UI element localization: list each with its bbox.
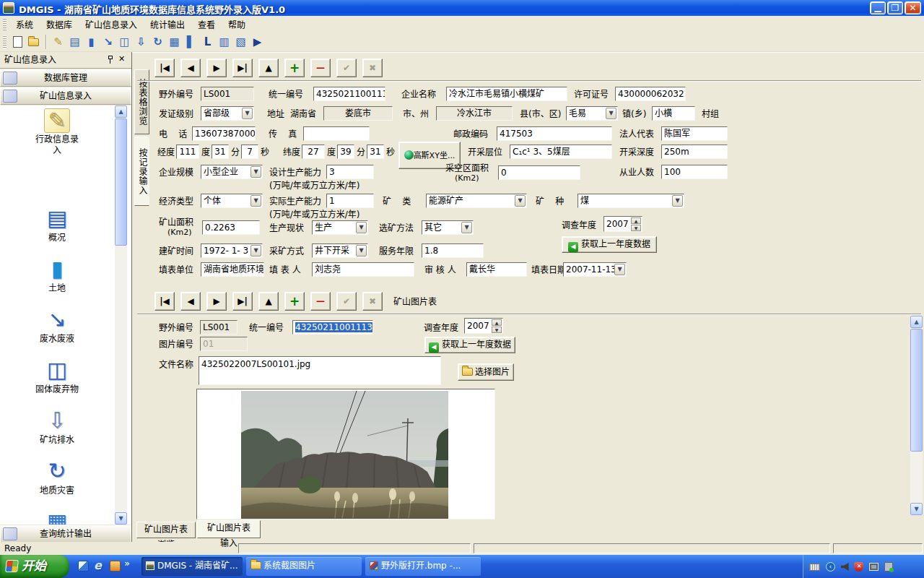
fill-person-input[interactable]: 刘志尧 [312,262,414,277]
mine-area-input[interactable]: 0.2263 [202,220,260,235]
host-tray-icon[interactable] [884,562,893,571]
nav1-prev-button[interactable]: ◀ [180,59,201,77]
longitude-sec-input[interactable]: 7 [241,144,258,159]
pic-no-input[interactable]: 01 [200,337,248,351]
latitude-deg-input[interactable]: 27 [302,144,325,159]
content-scrollbar[interactable]: ▲ ▼ [910,316,923,515]
spin-down-icon[interactable]: ▼ [492,327,502,333]
taskbar-task-dmgis[interactable]: DMGIS - 湖南省矿... [141,557,243,576]
group-mine-info-entry[interactable]: 矿山信息录入 [0,87,131,105]
dropdown-arrow-icon[interactable]: ▼ [606,108,616,119]
production-status-dropdown[interactable]: 生产▼ [312,220,368,235]
nav2-cancel-button[interactable]: ✖ [362,292,383,311]
county-dropdown[interactable]: 毛易▼ [566,106,618,121]
wastewater-icon[interactable]: ↘ [100,34,116,50]
nav1-post-button[interactable]: ✔ [336,59,357,77]
latitude-min-input[interactable]: 39 [337,144,354,159]
sidebar-item-pit-drainage[interactable]: ⇩ 矿坑排水 [10,409,104,446]
ruler-icon[interactable]: L [200,34,215,50]
group-database-mgmt[interactable]: 数据库管理 [0,69,131,87]
unified-no-input[interactable]: 43250211001113 [313,87,385,101]
bluetooth-tray-icon[interactable]: ‹ [826,562,835,571]
quicklaunch-desktop-icon[interactable] [78,561,89,571]
admin-entry-icon[interactable]: ✎ [51,34,66,50]
prefecture-input[interactable]: 冷水江市 [436,106,513,121]
design-capacity-input[interactable]: 3 [326,165,374,179]
scroll-thumb[interactable] [910,329,923,452]
city-input[interactable]: 娄底市 [323,106,393,121]
nav2-post-button[interactable]: ✔ [336,292,357,311]
nav2-up-button[interactable]: ▲ [258,292,279,311]
nav2-add-button[interactable]: + [284,292,305,311]
longitude-min-input[interactable]: 31 [212,144,229,159]
quicklaunch-ie-icon[interactable]: e [94,558,102,572]
fax-input[interactable] [303,126,370,141]
nav1-first-button[interactable]: |◀ [154,59,175,77]
license-input[interactable]: 4300000620321 [615,87,686,101]
spin-up-icon[interactable]: ▲ [631,217,641,224]
pit-drainage-icon[interactable]: ⇩ [134,34,149,50]
vtab-table-browse[interactable]: 按表格浏览 [134,69,149,134]
survey-year-spinner[interactable]: 2007 ▲ ▼ [603,216,642,232]
scroll-up-icon[interactable]: ▲ [910,316,923,328]
quicklaunch-overflow-chevron[interactable]: » [124,558,130,569]
security-shield-tray-icon[interactable]: ✕ [854,562,863,571]
sidebar-item-admin-entry[interactable]: ✎ 行政信息录入 [10,108,104,156]
choose-picture-button[interactable]: 选择图片 [458,363,514,381]
volume-tray-icon[interactable] [841,563,849,571]
tab-picture-browse[interactable]: 矿山图片表浏览 [136,522,196,538]
restore-button[interactable]: ❐ [887,1,903,14]
mining-depth-input[interactable]: 250m [661,144,728,159]
legal-rep-input[interactable]: 陈国军 [661,126,728,141]
dropdown-arrow-icon[interactable]: ▼ [515,195,526,207]
field-no-input[interactable]: LS001 [200,320,237,335]
nav1-cancel-button[interactable]: ✖ [362,59,383,77]
unified-no-input[interactable]: 43250211001113 [292,320,373,335]
dropdown-arrow-icon[interactable]: ▼ [356,245,367,256]
spin-up-icon[interactable]: ▲ [492,319,502,326]
dropdown-arrow-icon[interactable]: ▼ [461,222,472,233]
scroll-down-icon[interactable]: ▼ [115,512,127,525]
display-tray-icon[interactable] [869,563,879,571]
dropdown-arrow-icon[interactable]: ▼ [614,264,625,275]
land-survey-icon[interactable]: ▦ [167,34,182,50]
menu-help[interactable]: 帮助 [222,17,252,32]
start-button[interactable]: 开始 [0,555,69,578]
postcode-input[interactable]: 417503 [497,126,612,141]
dressing-method-dropdown[interactable]: 其它▼ [422,220,474,235]
goaf-area-input[interactable]: 0 [498,165,580,180]
nav1-next-button[interactable]: ▶ [206,59,227,77]
land-icon[interactable]: ▮ [84,34,99,50]
minimize-button[interactable]: ▁ [870,1,886,14]
get-prev-year-button[interactable]: ◀获取上一年度数据 [424,337,515,353]
geo-hazard-icon[interactable]: ↻ [150,34,165,50]
sidebar-scrollbar[interactable]: ▲ ▼ [115,105,127,525]
nav2-next-button[interactable]: ▶ [206,292,227,311]
mine-kind-dropdown[interactable]: 煤▼ [578,194,684,208]
menu-stat-output[interactable]: 统计输出 [144,17,191,32]
menu-database[interactable]: 数据库 [40,17,79,32]
open-icon[interactable] [27,34,42,50]
taskbar-task-folder[interactable]: 系统截图图片 [246,557,362,576]
scroll-up-icon[interactable]: ▲ [115,105,127,118]
longitude-deg-input[interactable]: 111 [176,144,199,159]
nav1-last-button[interactable]: ▶| [232,59,253,77]
fill-date-dropdown[interactable]: 2007-11-13▼ [563,262,627,277]
sidebar-item-geo-hazard[interactable]: ↻ 地质灾害 [10,460,104,496]
pin-icon[interactable] [107,55,114,64]
new-icon[interactable] [10,34,25,50]
menu-mine-info-entry[interactable]: 矿山信息录入 [79,17,144,32]
nav2-delete-button[interactable]: — [310,292,331,311]
taskbar-task-bmp[interactable]: 野外版打开.bmp -... [365,557,481,576]
sidebar-item-land-survey[interactable]: ▦ 土地调查 [10,510,104,525]
menu-view[interactable]: 查看 [191,17,222,32]
group-query-stat-output[interactable]: 查询统计输出 [0,525,131,543]
fill-unit-input[interactable]: 湖南省地质环境 [201,262,264,277]
nav1-up-button[interactable]: ▲ [258,59,279,77]
economic-type-dropdown[interactable]: 个体▼ [201,194,263,208]
quicklaunch-app-icon[interactable] [110,561,121,571]
close-button[interactable]: ✕ [905,1,921,14]
dropdown-arrow-icon[interactable]: ▼ [250,245,261,256]
dropdown-arrow-icon[interactable]: ▼ [242,108,253,119]
column-icon[interactable]: ▌ [183,34,199,50]
